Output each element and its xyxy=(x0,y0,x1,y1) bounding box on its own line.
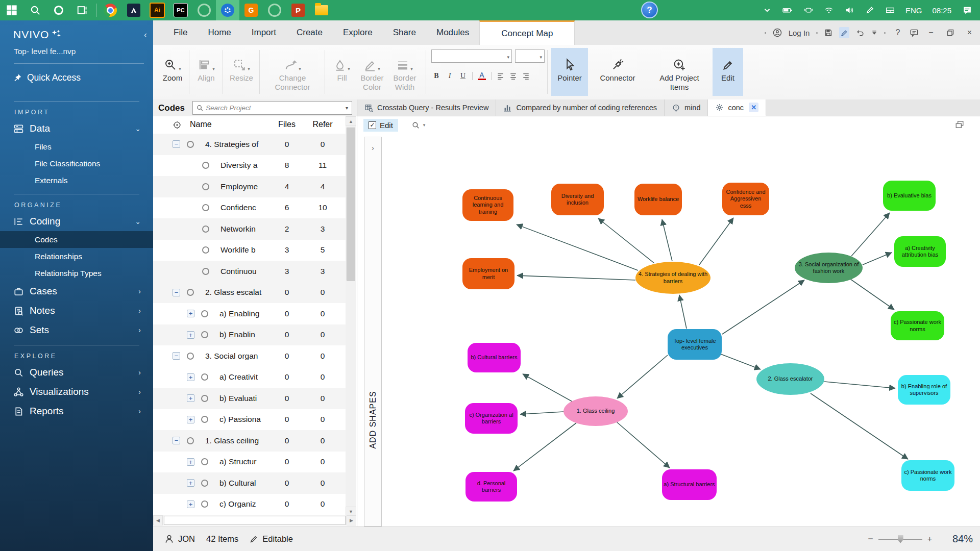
sidebar-item-data[interactable]: Data⌄ xyxy=(0,119,153,138)
help-icon[interactable]: ? xyxy=(892,28,903,37)
code-row[interactable]: +c) Organiz00 xyxy=(153,494,346,515)
sidebar-item-notes[interactable]: Notes› xyxy=(0,301,153,320)
map-node-continuous[interactable]: Continuous learning and training xyxy=(462,189,513,221)
map-node-confidence[interactable]: Confidence and Aggressiven esss xyxy=(722,183,769,215)
document-tab-crosstab-query-results-preview[interactable]: Crosstab Query - Results Preview xyxy=(357,99,496,116)
zoom-in-button[interactable]: + xyxy=(927,535,932,544)
zoom-slider[interactable] xyxy=(878,539,922,540)
border-width-button[interactable]: ▾ Border Width xyxy=(390,48,420,96)
feedback-icon[interactable] xyxy=(910,28,919,37)
align-left-icon[interactable] xyxy=(497,72,504,80)
column-header-refer[interactable]: Refer xyxy=(309,120,336,129)
undo-icon[interactable] xyxy=(856,29,865,37)
screen-record-icon[interactable] xyxy=(803,6,814,15)
scrollbar-thumb[interactable] xyxy=(347,128,355,281)
codes-vertical-scrollbar[interactable]: ▲ ▼ xyxy=(346,116,356,516)
ribbon-tab-share[interactable]: Share xyxy=(383,20,426,45)
minimize-button[interactable]: − xyxy=(925,28,936,37)
sidebar-item-relationships[interactable]: Relationships xyxy=(0,248,153,265)
code-row[interactable]: Continuou33 xyxy=(153,261,346,282)
save-icon[interactable] xyxy=(824,29,832,37)
code-row[interactable]: −2. Glass escalat00 xyxy=(153,282,346,304)
ribbon-tab-modules[interactable]: Modules xyxy=(426,20,479,45)
add-project-items-button[interactable]: Add Project Items xyxy=(649,48,709,96)
code-row[interactable]: Diversity a811 xyxy=(153,155,346,177)
map-node-enabling[interactable]: b) Enabling role of supervisors xyxy=(898,375,950,405)
edit-checkbox[interactable]: ✓ xyxy=(369,121,376,129)
sidebar-item-relationship-types[interactable]: Relationship Types xyxy=(0,265,153,282)
edit-mode-toggle[interactable]: ✓ Edit xyxy=(363,119,398,132)
code-row[interactable]: −4. Strategies of00 xyxy=(153,134,346,155)
scroll-up-icon[interactable]: ▲ xyxy=(346,116,356,126)
map-node-organizational[interactable]: c) Organization al barriers xyxy=(465,403,518,434)
search-box[interactable]: ▾ xyxy=(192,101,352,115)
loading-ring-icon[interactable] xyxy=(192,0,216,20)
ribbon-tab-explore[interactable]: Explore xyxy=(333,20,383,45)
map-node-personal[interactable]: d. Personal barriers xyxy=(465,472,517,502)
font-size-select[interactable]: ▾ xyxy=(515,49,545,63)
volume-icon[interactable] xyxy=(844,6,854,15)
ribbon-tab-create[interactable]: Create xyxy=(286,20,333,45)
pen-icon[interactable] xyxy=(865,6,875,15)
change-connector-button[interactable]: ▾ Change Connector xyxy=(264,48,321,96)
chevron-right-icon[interactable]: › xyxy=(138,326,141,334)
sidebar-item-file-classifications[interactable]: File Classifications xyxy=(0,155,153,172)
expand-icon[interactable]: + xyxy=(187,458,194,466)
ribbon-tab-import[interactable]: Import xyxy=(241,20,286,45)
map-node-passionate_green[interactable]: c) Passionate work norms xyxy=(891,311,944,340)
zoom-button[interactable]: ▾ Zoom xyxy=(159,48,186,96)
g-app-icon[interactable] xyxy=(239,0,263,20)
chevron-right-icon[interactable]: › xyxy=(138,307,141,315)
sidebar-item-cases[interactable]: Cases› xyxy=(0,282,153,301)
code-row[interactable]: +a) Creativit00 xyxy=(153,367,346,388)
sidebar-item-reports[interactable]: Reports› xyxy=(0,402,153,421)
action-center-icon[interactable] xyxy=(962,5,973,15)
expand-icon[interactable]: + xyxy=(187,373,194,381)
add-shapes-panel[interactable]: › ADD SHAPES xyxy=(364,137,382,527)
code-row[interactable]: +b) Evaluati00 xyxy=(153,388,346,409)
sidebar-item-sets[interactable]: Sets› xyxy=(0,320,153,340)
bold-button[interactable]: B xyxy=(432,72,440,80)
code-row[interactable]: Employme44 xyxy=(153,176,346,197)
hidden-icons-chevron-icon[interactable] xyxy=(763,6,772,15)
start-button-icon[interactable] xyxy=(0,0,23,20)
italic-button[interactable]: I xyxy=(446,72,454,80)
loading-ring2-icon[interactable] xyxy=(263,0,286,20)
powerpoint-icon[interactable] xyxy=(286,0,310,20)
code-row[interactable]: +c) Passiona00 xyxy=(153,409,346,431)
zoom-out-button[interactable]: − xyxy=(868,534,873,544)
close-button[interactable]: × xyxy=(964,28,975,37)
border-color-button[interactable]: ▾ Border Color xyxy=(357,48,387,96)
expand-icon[interactable]: + xyxy=(187,500,194,508)
file-explorer-icon[interactable] xyxy=(310,0,333,20)
close-tab-icon[interactable]: ✕ xyxy=(749,103,758,112)
chrome-icon[interactable] xyxy=(99,0,122,20)
illustrator-icon[interactable] xyxy=(145,0,169,20)
code-row[interactable]: +a) Structur00 xyxy=(153,452,346,473)
touch-keyboard-icon[interactable] xyxy=(885,6,895,15)
column-header-name[interactable]: Name xyxy=(190,120,212,129)
collapse-icon[interactable]: − xyxy=(173,289,180,296)
sidebar-item-externals[interactable]: Externals xyxy=(0,172,153,189)
sidebar-item-visualizations[interactable]: Visualizations› xyxy=(0,382,153,402)
pointer-button[interactable]: Pointer xyxy=(551,48,588,96)
expand-icon[interactable]: + xyxy=(187,416,194,423)
user-indicator[interactable]: JON xyxy=(164,534,195,544)
ribbon-tab-home[interactable]: Home xyxy=(198,20,241,45)
affinity-app-icon[interactable] xyxy=(122,0,145,20)
sidebar-item-coding[interactable]: Coding⌄ xyxy=(0,212,153,231)
search-scope-chevron-icon[interactable]: ▾ xyxy=(346,105,352,111)
zoom-slider-handle[interactable] xyxy=(898,535,903,543)
codes-horizontal-scrollbar[interactable]: ◀ ▶ xyxy=(153,515,356,525)
quick-edit-chip[interactable] xyxy=(839,27,849,38)
code-row[interactable]: +a) Enabling00 xyxy=(153,303,346,324)
map-node-worklife[interactable]: Worklife balance xyxy=(634,184,682,215)
align-center-icon[interactable] xyxy=(509,72,517,80)
collapse-icon[interactable]: − xyxy=(173,352,180,360)
align-button[interactable]: ▾ Align xyxy=(193,48,219,96)
document-tab-compared-by-number-of-coding-references[interactable]: Compared by number of coding references xyxy=(496,99,665,116)
sidebar-item-quick-access[interactable]: Quick Access xyxy=(0,67,153,88)
collapse-icon[interactable]: − xyxy=(173,140,180,148)
chevron-right-icon[interactable]: › xyxy=(138,388,141,396)
map-node-glassceiling[interactable]: 1. Glass ceiling xyxy=(564,396,628,426)
